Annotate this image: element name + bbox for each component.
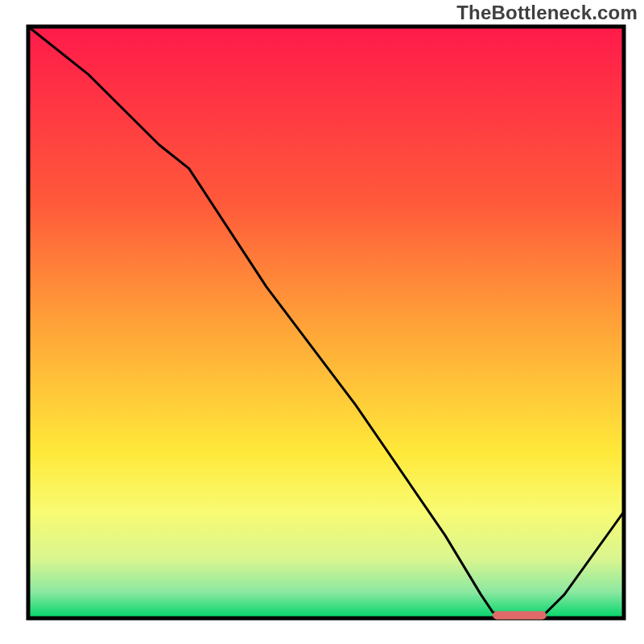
plot-area-bg [28,27,624,618]
bottleneck-chart [0,0,644,644]
chart-container: TheBottleneck.com [0,0,644,644]
target-range-marker [493,611,547,619]
attribution-watermark: TheBottleneck.com [456,2,638,24]
